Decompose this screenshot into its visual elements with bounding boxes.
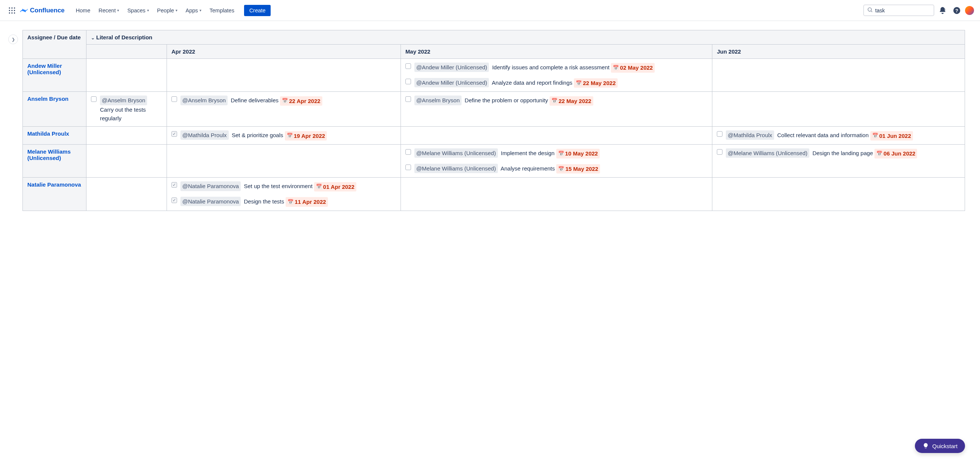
svg-point-3 bbox=[9, 10, 10, 11]
nav-spaces[interactable]: Spaces▾ bbox=[124, 5, 152, 16]
assignee-link[interactable]: Natalie Paramonova bbox=[27, 181, 81, 188]
header-month-blank bbox=[86, 45, 167, 59]
due-date-badge[interactable]: 📅01 Jun 2022 bbox=[870, 131, 913, 141]
calendar-icon: 📅 bbox=[282, 97, 288, 105]
confluence-logo[interactable]: Confluence bbox=[19, 6, 65, 15]
task-checkbox[interactable] bbox=[172, 96, 177, 102]
collapse-toggle-icon[interactable]: ⌄ bbox=[91, 35, 95, 40]
calendar-icon: 📅 bbox=[613, 64, 619, 72]
user-mention[interactable]: @Natalie Paramonova bbox=[180, 197, 241, 206]
task-cell: @Andew Miller (Unlicensed) Identify issu… bbox=[401, 59, 712, 92]
due-date-badge[interactable]: 📅19 Apr 2022 bbox=[285, 131, 327, 141]
task-cell bbox=[86, 59, 167, 92]
user-mention[interactable]: @Andew Miller (Unlicensed) bbox=[414, 78, 489, 87]
due-date-badge[interactable]: 📅22 May 2022 bbox=[574, 78, 618, 88]
task-cell bbox=[401, 127, 712, 145]
table-row: Andew Miller (Unlicensed)@Andew Miller (… bbox=[23, 59, 965, 92]
task-grid: Assignee / Due date ⌄Literal of Descript… bbox=[22, 30, 965, 211]
svg-point-5 bbox=[14, 10, 15, 11]
due-date-text: 19 Apr 2022 bbox=[294, 131, 325, 140]
assignee-link[interactable]: Andew Miller (Unlicensed) bbox=[27, 62, 62, 75]
svg-point-7 bbox=[11, 12, 12, 13]
due-date-badge[interactable]: 📅01 Apr 2022 bbox=[314, 182, 356, 192]
user-mention[interactable]: @Melane Williams (Unlicensed) bbox=[414, 164, 498, 173]
task-checkbox[interactable] bbox=[172, 131, 177, 137]
task-text: Define deliverables bbox=[231, 97, 280, 104]
calendar-icon: 📅 bbox=[287, 132, 293, 139]
header-assignee: Assignee / Due date bbox=[23, 30, 86, 59]
svg-point-8 bbox=[14, 12, 15, 13]
svg-point-4 bbox=[11, 10, 12, 11]
user-mention[interactable]: @Anselm Bryson bbox=[414, 96, 461, 105]
search-box[interactable] bbox=[863, 5, 934, 16]
task-cell bbox=[712, 59, 965, 92]
due-date-text: 10 May 2022 bbox=[565, 149, 598, 158]
svg-point-6 bbox=[9, 12, 10, 13]
task-cell bbox=[167, 59, 401, 92]
task-text: Identify issues and complete a risk asse… bbox=[492, 64, 611, 70]
profile-avatar[interactable] bbox=[965, 6, 974, 15]
app-switcher-icon[interactable] bbox=[6, 5, 18, 16]
help-icon[interactable]: ? bbox=[951, 5, 963, 16]
assignee-link[interactable]: Melane Williams (Unlicensed) bbox=[27, 149, 71, 161]
calendar-icon: 📅 bbox=[876, 150, 882, 157]
due-date-badge[interactable]: 📅11 Apr 2022 bbox=[286, 197, 328, 206]
due-date-badge[interactable]: 📅22 Apr 2022 bbox=[280, 96, 322, 105]
assignee-link[interactable]: Mathilda Proulx bbox=[27, 130, 69, 137]
user-mention[interactable]: @Anselm Bryson bbox=[100, 96, 147, 105]
task-checkbox[interactable] bbox=[406, 149, 411, 155]
nav-templates[interactable]: Templates bbox=[206, 5, 238, 16]
user-mention[interactable]: @Andew Miller (Unlicensed) bbox=[414, 62, 489, 72]
user-mention[interactable]: @Mathilda Proulx bbox=[726, 130, 774, 140]
create-button[interactable]: Create bbox=[244, 5, 271, 16]
notifications-icon[interactable] bbox=[937, 5, 948, 16]
due-date-text: 11 Apr 2022 bbox=[294, 198, 326, 206]
task-checkbox[interactable] bbox=[717, 149, 722, 155]
due-date-badge[interactable]: 📅22 May 2022 bbox=[549, 96, 593, 105]
sidebar-expand-handle[interactable]: ❯ bbox=[8, 35, 18, 44]
table-row: Mathilda Proulx@Mathilda Proulx Set & pr… bbox=[23, 127, 965, 145]
user-mention[interactable]: @Melane Williams (Unlicensed) bbox=[414, 149, 498, 158]
assignee-cell: Anselm Bryson bbox=[23, 92, 86, 127]
task-checkbox[interactable] bbox=[406, 165, 411, 170]
task-checkbox[interactable] bbox=[172, 198, 177, 203]
task-checkbox[interactable] bbox=[717, 131, 722, 137]
svg-text:?: ? bbox=[955, 8, 958, 13]
task-checkbox[interactable] bbox=[406, 96, 411, 102]
user-mention[interactable]: @Mathilda Proulx bbox=[180, 130, 229, 140]
task-cell: @Anselm Bryson Carry out the tests regul… bbox=[86, 92, 167, 127]
search-input[interactable] bbox=[875, 8, 941, 13]
calendar-icon: 📅 bbox=[872, 132, 878, 139]
nav-recent[interactable]: Recent▾ bbox=[95, 5, 123, 16]
task-checkbox[interactable] bbox=[406, 79, 411, 84]
task-checkbox[interactable] bbox=[406, 63, 411, 69]
due-date-badge[interactable]: 📅15 May 2022 bbox=[556, 164, 600, 174]
task-checkbox[interactable] bbox=[91, 96, 97, 102]
task-text: Set & prioritize goals bbox=[232, 132, 285, 138]
task-cell: @Melane Williams (Unlicensed) Implement … bbox=[401, 144, 712, 177]
task-text: Analyze data and report findings bbox=[492, 80, 574, 86]
calendar-icon: 📅 bbox=[316, 183, 322, 190]
user-mention[interactable]: @Melane Williams (Unlicensed) bbox=[726, 149, 809, 158]
due-date-badge[interactable]: 📅10 May 2022 bbox=[556, 149, 600, 158]
nav-apps[interactable]: Apps▾ bbox=[182, 5, 205, 16]
task-item: @Natalie Paramonova Set up the test envi… bbox=[172, 181, 396, 192]
due-date-text: 02 May 2022 bbox=[620, 63, 653, 72]
assignee-link[interactable]: Anselm Bryson bbox=[27, 96, 68, 102]
task-item: @Melane Williams (Unlicensed) Analyse re… bbox=[406, 164, 708, 174]
primary-nav: Home Recent▾ Spaces▾ People▾ Apps▾ Templ… bbox=[72, 5, 238, 16]
task-item: @Melane Williams (Unlicensed) Implement … bbox=[406, 149, 708, 158]
user-mention[interactable]: @Anselm Bryson bbox=[180, 96, 228, 105]
task-checkbox[interactable] bbox=[172, 182, 177, 188]
svg-line-10 bbox=[871, 11, 872, 12]
due-date-text: 01 Apr 2022 bbox=[323, 182, 355, 191]
header-month-jun: Jun 2022 bbox=[712, 45, 965, 59]
due-date-badge[interactable]: 📅06 Jun 2022 bbox=[875, 149, 917, 158]
user-mention[interactable]: @Natalie Paramonova bbox=[180, 181, 241, 191]
due-date-badge[interactable]: 📅02 May 2022 bbox=[611, 63, 655, 72]
calendar-icon: 📅 bbox=[558, 165, 564, 173]
nav-people[interactable]: People▾ bbox=[153, 5, 181, 16]
nav-home[interactable]: Home bbox=[72, 5, 94, 16]
svg-point-9 bbox=[868, 8, 872, 11]
task-cell: @Mathilda Proulx Set & prioritize goals … bbox=[167, 127, 401, 145]
